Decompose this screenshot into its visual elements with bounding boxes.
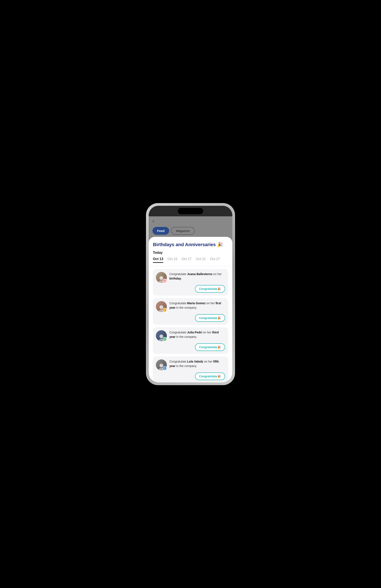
person-name: Julia Pedri <box>187 331 202 334</box>
person-name: Lola Valedz <box>187 360 203 363</box>
tab-feed[interactable]: Feed <box>153 227 169 235</box>
anniversary-badge: 1 <box>163 308 167 312</box>
anniversary-badge: 3 <box>163 337 167 341</box>
card-top: 3 Congratulate Julia Pedri on her third … <box>156 330 225 341</box>
date-tab-oct-27[interactable]: Oct 27 <box>210 257 220 263</box>
congratulate-button[interactable]: Congratulate🎉 <box>195 285 225 293</box>
today-label: Today <box>153 251 228 255</box>
person-head <box>160 305 163 309</box>
person-head <box>160 335 163 338</box>
tab-row: Feed Magazine <box>149 226 232 237</box>
person-card: 3 Congratulate Julia Pedri on her third … <box>153 327 228 354</box>
back-icon: ‹ <box>153 218 154 224</box>
card-text: Congratulate Julia Pedri on her third ye… <box>169 330 225 339</box>
person-name: Maria Gomez <box>187 301 205 305</box>
person-head <box>160 364 163 367</box>
notch <box>178 208 203 214</box>
avatar-wrap: 🎂 <box>156 272 167 283</box>
card-top: 1 Congratulate Maria Gomez on her first … <box>156 301 225 312</box>
person-card: 1 Congratulate Maria Gomez on her first … <box>153 298 228 325</box>
date-tab-oct-15[interactable]: Oct 15 <box>167 257 177 263</box>
avatar-wrap: 3 <box>156 330 167 341</box>
date-tab-oct-17[interactable]: Oct 17 <box>182 257 192 263</box>
phone-screen: ‹ Feed Magazine Birthdays and Anniversar… <box>149 206 232 382</box>
person-card: 5 Congratulate Lola Valedz on her fifth … <box>153 357 228 382</box>
back-button[interactable]: ‹ <box>153 218 154 224</box>
anniversary-badge: 5 <box>163 366 167 370</box>
date-tab-oct-21[interactable]: Oct 21 <box>196 257 206 263</box>
person-head <box>160 276 163 280</box>
card-text: Congratulate Juana Ballesteros on her bi… <box>169 272 225 281</box>
date-tabs: Oct 13Oct 15Oct 17Oct 21Oct 27 <box>153 257 228 263</box>
people-list: 🎂 Congratulate Juana Ballesteros on her … <box>153 269 228 382</box>
content-area: Birthdays and Anniversaries 🎉 Today Oct … <box>149 237 232 382</box>
anniversary-badge: 🎂 <box>163 279 167 283</box>
avatar-wrap: 5 <box>156 359 167 370</box>
person-card: 🎂 Congratulate Juana Ballesteros on her … <box>153 269 228 295</box>
congratulate-button[interactable]: Congratulate🎉 <box>195 314 225 322</box>
app-screen: ‹ Feed Magazine Birthdays and Anniversar… <box>149 216 232 382</box>
card-top: 5 Congratulate Lola Valedz on her fifth … <box>156 359 225 370</box>
card-text: Congratulate Lola Valedz on her fifth ye… <box>169 359 225 368</box>
congratulate-button[interactable]: Congratulate🎉 <box>195 343 225 351</box>
card-text: Congratulate Maria Gomez on her first ye… <box>169 301 225 310</box>
event-description: birthday <box>169 277 181 280</box>
notch-bar <box>149 206 232 216</box>
card-top: 🎂 Congratulate Juana Ballesteros on her … <box>156 272 225 283</box>
person-name: Juana Ballesteros <box>187 272 212 276</box>
phone-frame: ‹ Feed Magazine Birthdays and Anniversar… <box>146 203 235 385</box>
top-bar: ‹ <box>149 216 232 226</box>
section-title: Birthdays and Anniversaries 🎉 <box>153 242 228 247</box>
tab-magazine[interactable]: Magazine <box>171 227 195 235</box>
date-tab-oct-13[interactable]: Oct 13 <box>153 257 163 263</box>
avatar-wrap: 1 <box>156 301 167 312</box>
congratulate-button[interactable]: Congratulate🎉 <box>195 373 225 380</box>
